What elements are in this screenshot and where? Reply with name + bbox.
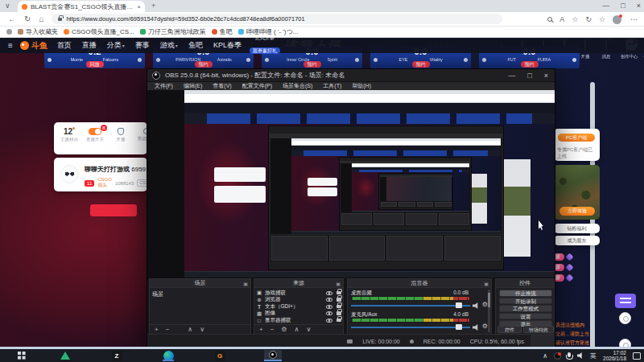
tab-close-icon[interactable]: × [137, 3, 141, 10]
move-up-button[interactable]: ∧ [295, 326, 299, 334]
remove-source-button[interactable]: − [270, 326, 275, 334]
lock-icon[interactable] [336, 311, 341, 315]
start-recording-button[interactable]: 开始录制 [499, 298, 552, 305]
lock-icon[interactable] [336, 305, 341, 309]
bookmark-item[interactable]: 鱼吧 [212, 27, 233, 36]
source-row-image[interactable]: ▦图像 [256, 311, 341, 317]
lock-icon[interactable] [336, 291, 341, 295]
move-down-button[interactable]: ∨ [306, 326, 311, 334]
studio-mode-button[interactable]: 工作室模式 [499, 305, 552, 312]
gear-icon[interactable]: ⚙ [482, 323, 488, 330]
minimize-button[interactable]: — [602, 2, 609, 10]
popout-icon[interactable]: ▣ [484, 281, 489, 286]
back-icon[interactable]: ← [8, 14, 16, 23]
settings-button[interactable]: 设置 [499, 313, 552, 320]
nav-home[interactable]: 首页 [57, 40, 72, 51]
taskbar-app-edge[interactable] [159, 350, 177, 361]
room-category[interactable]: CSGO领头 [97, 177, 112, 189]
source-row-display-capture[interactable]: □显示器捕获 [256, 317, 341, 323]
obs-preview[interactable] [147, 90, 555, 278]
sources-panel-header[interactable]: 来源▣ [254, 279, 343, 288]
controls-panel-header[interactable]: 控件 [496, 279, 554, 288]
source-properties-gear-icon[interactable]: ⚙ [281, 326, 287, 334]
match-action-pill[interactable]: 预约 [195, 61, 213, 68]
minimize-button[interactable]: — [508, 72, 515, 80]
activity-fab-button[interactable] [615, 294, 636, 308]
taskbar-clock[interactable]: 17:02 2026/1/18 [603, 350, 626, 361]
refresh-icon[interactable]: ↻ [24, 14, 31, 23]
menu-profile[interactable]: 配置文件(P) [238, 82, 276, 90]
menu-file[interactable]: 文件(F) [151, 82, 177, 90]
taskbar-app-obs[interactable] [264, 350, 282, 361]
bookmark-star-icon[interactable]: ☆ [599, 15, 605, 23]
volume-slider[interactable] [351, 324, 470, 330]
action-center-icon[interactable] [633, 352, 641, 360]
stop-streaming-button[interactable]: 停止推流 [499, 290, 552, 297]
volume-slider[interactable] [351, 302, 470, 308]
remove-scene-button[interactable]: − [166, 326, 170, 334]
menu-edit[interactable]: 编辑(E) [180, 82, 206, 90]
slider-handle[interactable] [456, 302, 462, 308]
bookmark-item[interactable]: 哔哩哔哩 ( '- ')つ... [238, 27, 299, 36]
transitions-dock-tab[interactable]: 转场特效 [523, 326, 554, 333]
obs-tray-icon[interactable] [554, 352, 561, 360]
profile-icon[interactable] [6, 29, 12, 35]
browser-menu-icon[interactable]: ⋯ [630, 15, 638, 23]
microphone-icon[interactable] [568, 352, 571, 357]
visibility-eye-icon[interactable] [326, 305, 332, 309]
add-scene-button[interactable]: + [155, 326, 159, 334]
lock-icon[interactable] [336, 319, 341, 323]
bookmark-item[interactable]: CSGO领头直播_CS... [64, 27, 134, 36]
menu-tools[interactable]: 工具(T) [319, 82, 345, 90]
hidden-icons-chevron[interactable]: ∧ [543, 352, 547, 360]
douyu-logo[interactable]: 斗鱼 [20, 40, 47, 51]
move-down-button[interactable]: ∨ [200, 326, 204, 334]
hamburger-icon[interactable]: ≡ [8, 41, 13, 50]
search-icon[interactable] [547, 17, 552, 22]
url-field[interactable]: https://www.douyu.com/69591547dyshid=59d… [52, 14, 502, 24]
taskbar-app-1[interactable] [56, 350, 74, 361]
close-button[interactable]: × [544, 72, 548, 80]
speaker-icon[interactable] [473, 302, 480, 309]
visibility-eye-icon[interactable] [326, 291, 332, 295]
mixer-panel-header[interactable]: 混音器▣ [348, 279, 491, 288]
event-badge[interactable]: 正式开赛 观赛赢好礼 [250, 38, 280, 56]
room-info-card[interactable]: 聊聊天打打游戏 6959154 11 CSGO领头 1088143 CS2 [54, 158, 147, 191]
nav-games[interactable]: 游戏▾ [160, 40, 178, 51]
history-fab-button[interactable] [619, 312, 631, 324]
popout-icon[interactable]: ▣ [243, 281, 248, 286]
maximize-button[interactable]: □ [527, 72, 531, 80]
speaker-icon[interactable] [577, 352, 584, 359]
menu-scene-collection[interactable]: 场景集合(S) [279, 82, 316, 90]
collections-icon[interactable]: ↻ [585, 15, 592, 23]
menu-view[interactable]: 查看(V) [208, 82, 235, 90]
source-row-text[interactable]: T文本（GDI+） [256, 303, 341, 310]
popout-icon[interactable]: ▣ [336, 281, 341, 286]
pc-client-button[interactable]: PC客户端 [558, 134, 595, 142]
broadcast-shortcut[interactable]: 开播 [107, 127, 134, 143]
tab-search-chevron-icon[interactable]: ∨ [5, 2, 10, 10]
toggle-on-icon[interactable] [89, 128, 101, 135]
speaker-icon[interactable] [473, 324, 480, 331]
ime-indicator[interactable]: 英 [590, 352, 597, 360]
nav-esports[interactable]: 赛事 [135, 40, 150, 51]
visibility-eye-icon[interactable] [326, 298, 332, 302]
browser-tab[interactable]: BLAST赏金赛S1_CSGO领头直播_C × [18, 1, 145, 12]
nav-yuba[interactable]: 鱼吧 [188, 40, 203, 51]
profile-avatar[interactable] [613, 15, 621, 24]
visibility-eye-icon[interactable] [326, 319, 332, 323]
taskbar-app-z[interactable]: Z [108, 350, 126, 361]
menu-help[interactable]: 帮助(H) [348, 82, 375, 90]
source-row-game-capture[interactable]: ▣游戏捕获 [256, 290, 341, 296]
diamond-fan-card[interactable]: 钻粉福利 [554, 224, 600, 233]
move-up-button[interactable]: ∧ [188, 326, 192, 334]
favorite-star-icon[interactable]: ☆ [572, 15, 578, 23]
mixer-scrollbar[interactable] [488, 290, 490, 332]
home-icon[interactable]: ⌂ [39, 14, 43, 23]
controls-dock-tab[interactable]: 控件 [497, 326, 522, 333]
taskbar-app-g[interactable]: G [211, 350, 229, 361]
source-row-browser[interactable]: ⊕浏览器 [256, 297, 341, 303]
scene-list-item[interactable]: 场景 [152, 290, 163, 298]
bookmark-item[interactable]: 刀仔三角洲地域政策 [140, 27, 206, 36]
bookmark-item[interactable]: 导入收藏夹 [18, 27, 58, 36]
